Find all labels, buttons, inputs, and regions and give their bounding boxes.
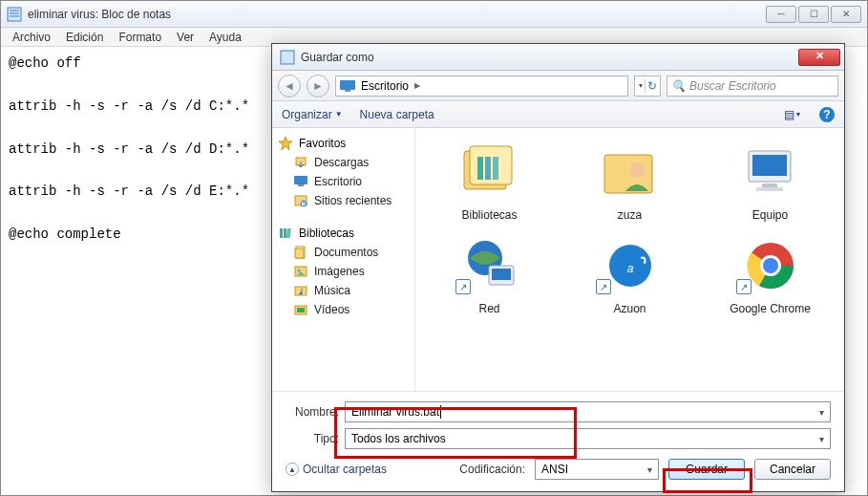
help-button[interactable]: ?: [819, 107, 835, 122]
encoding-label: Codificación:: [459, 463, 525, 476]
download-icon: [293, 155, 308, 170]
svg-rect-28: [493, 157, 498, 180]
breadcrumb-label: Escritorio: [361, 79, 409, 93]
filetype-select[interactable]: Todos los archivos: [345, 428, 831, 449]
svg-rect-14: [284, 228, 286, 238]
computer-icon: [732, 140, 809, 205]
sidebar-item-documentos[interactable]: Documentos: [276, 243, 411, 262]
menu-formato[interactable]: Formato: [111, 29, 169, 46]
svg-rect-37: [492, 269, 511, 280]
chrome-icon: [732, 233, 809, 298]
search-input[interactable]: 🔍 Buscar Escritorio: [667, 75, 838, 97]
file-item-bibliotecas[interactable]: Bibliotecas: [423, 136, 556, 226]
file-item-equipo[interactable]: Equipo: [704, 136, 836, 226]
documents-icon: [293, 245, 308, 260]
dialog-icon: [280, 50, 295, 65]
svg-rect-23: [297, 308, 305, 313]
files-pane[interactable]: Bibliotecas zuza Equipo Red a Azuon: [415, 128, 844, 391]
svg-point-19: [298, 270, 301, 272]
menu-archivo[interactable]: Archivo: [5, 29, 58, 46]
svg-rect-34: [756, 187, 783, 191]
refresh-button[interactable]: ▾ ↻: [634, 75, 661, 97]
images-icon: [293, 264, 308, 279]
svg-rect-6: [345, 90, 350, 92]
sidebar: Favoritos Descargas Escritorio Sitios re…: [272, 128, 415, 391]
svg-point-42: [763, 258, 778, 273]
new-folder-button[interactable]: Nueva carpeta: [360, 108, 434, 121]
svg-rect-5: [340, 80, 355, 90]
sidebar-group-favorites[interactable]: Favoritos: [276, 134, 411, 153]
svg-rect-33: [762, 183, 777, 187]
azuon-icon: a: [592, 233, 668, 298]
search-icon: 🔍: [671, 79, 686, 93]
minimize-button[interactable]: ─: [766, 6, 796, 23]
maximize-button[interactable]: ☐: [798, 6, 829, 23]
dialog-bottom: Nombre: Eliminar virus.bat Tipo: Todos l…: [272, 391, 844, 491]
star-icon: [278, 136, 293, 151]
svg-rect-4: [281, 51, 294, 64]
svg-rect-29: [604, 155, 652, 193]
search-placeholder: Buscar Escritorio: [689, 79, 776, 93]
desktop-icon: [340, 80, 355, 92]
user-folder-icon: [592, 140, 668, 205]
file-item-chrome[interactable]: Google Chrome: [704, 229, 836, 319]
toolbar: Organizar▼ Nueva carpeta ▤▼ ?: [272, 101, 844, 128]
file-item-azuon[interactable]: a Azuon: [563, 229, 696, 319]
breadcrumb[interactable]: Escritorio ▶: [335, 75, 628, 97]
chevron-down-icon: ▼: [335, 110, 343, 119]
svg-rect-0: [8, 8, 21, 21]
notepad-title: eliminar virus: Bloc de notas: [28, 8, 766, 21]
svg-rect-15: [286, 228, 291, 238]
chevron-right-icon: ▶: [414, 81, 420, 90]
libraries-icon: [452, 140, 528, 205]
save-as-dialog: Guardar como ✕ ◄ ► Escritorio ▶ ▾ ↻ 🔍 Bu…: [271, 43, 845, 492]
chevron-down-icon: ▾: [639, 81, 643, 90]
chevron-up-icon: ▲: [286, 463, 299, 476]
filetype-label: Tipo:: [286, 432, 339, 445]
notepad-icon: [7, 7, 22, 22]
network-icon: [452, 233, 528, 298]
svg-rect-10: [298, 184, 304, 186]
svg-text:a: a: [626, 262, 633, 275]
file-item-zuza[interactable]: zuza: [563, 136, 696, 226]
svg-rect-32: [752, 155, 787, 176]
recent-icon: [293, 193, 308, 208]
sidebar-item-escritorio[interactable]: Escritorio: [276, 172, 411, 191]
svg-rect-26: [477, 157, 483, 180]
organize-menu[interactable]: Organizar▼: [282, 108, 343, 121]
encoding-select[interactable]: ANSI: [535, 459, 659, 480]
cancel-button[interactable]: Cancelar: [754, 459, 831, 480]
close-button[interactable]: ✕: [831, 6, 861, 23]
dialog-titlebar: Guardar como ✕: [272, 44, 844, 71]
svg-rect-27: [485, 157, 491, 180]
save-button[interactable]: Guardar: [668, 459, 745, 480]
music-icon: [293, 283, 308, 298]
sidebar-item-musica[interactable]: Música: [276, 281, 411, 300]
sidebar-item-descargas[interactable]: Descargas: [276, 153, 411, 172]
navigation-bar: ◄ ► Escritorio ▶ ▾ ↻ 🔍 Buscar Escritorio: [272, 71, 844, 101]
refresh-icon: ↻: [647, 79, 657, 93]
svg-rect-13: [280, 228, 283, 238]
filename-input[interactable]: Eliminar virus.bat: [345, 401, 831, 422]
window-buttons: ─ ☐ ✕: [766, 6, 861, 23]
libraries-icon: [278, 226, 293, 241]
back-button[interactable]: ◄: [278, 75, 301, 97]
svg-rect-17: [295, 248, 304, 258]
menu-edicion[interactable]: Edición: [58, 29, 111, 46]
menu-ver[interactable]: Ver: [169, 29, 201, 46]
sidebar-item-imagenes[interactable]: Imágenes: [276, 262, 411, 281]
notepad-titlebar: eliminar virus: Bloc de notas ─ ☐ ✕: [1, 1, 867, 28]
sidebar-group-bibliotecas[interactable]: Bibliotecas: [276, 224, 411, 243]
filename-label: Nombre:: [286, 405, 339, 419]
sidebar-item-recientes[interactable]: Sitios recientes: [276, 191, 411, 210]
forward-button[interactable]: ►: [307, 75, 329, 97]
sidebar-item-videos[interactable]: Vídeos: [276, 300, 411, 319]
svg-point-21: [300, 292, 303, 295]
file-item-red[interactable]: Red: [423, 229, 556, 319]
dialog-close-button[interactable]: ✕: [798, 49, 840, 66]
hide-folders-toggle[interactable]: ▲ Ocultar carpetas: [286, 463, 387, 476]
menu-ayuda[interactable]: Ayuda: [201, 29, 249, 46]
view-mode-button[interactable]: ▤▼: [783, 106, 802, 123]
svg-rect-9: [294, 176, 307, 184]
svg-point-30: [629, 162, 645, 178]
